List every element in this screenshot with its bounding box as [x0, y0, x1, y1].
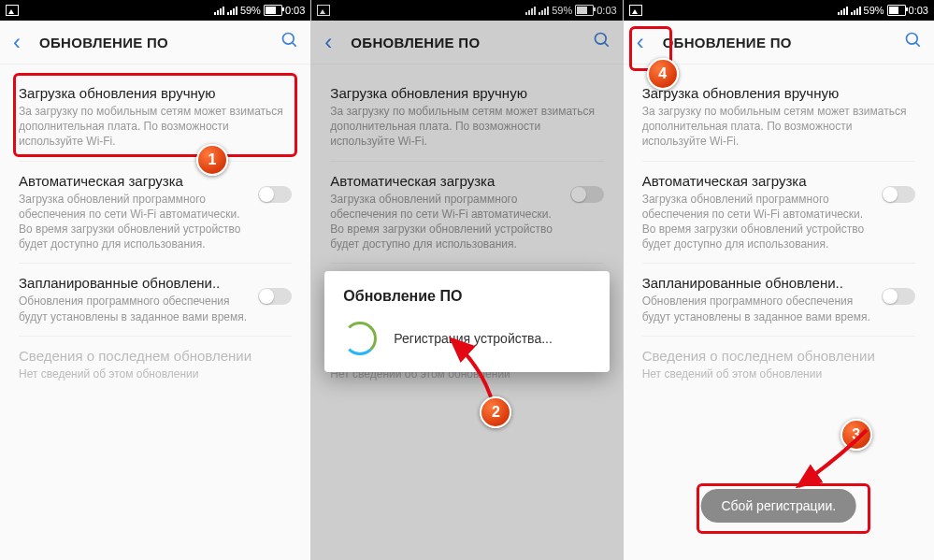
screenshot-icon: [6, 5, 19, 16]
svg-point-4: [906, 34, 917, 45]
item-subtitle: За загрузку по мобильным сетям может взи…: [330, 104, 603, 150]
settings-list: Загрузка обновления вручную За загрузку …: [0, 65, 310, 560]
manual-update-item[interactable]: Загрузка обновления вручную За загрузку …: [642, 74, 915, 161]
screenshot-icon: [629, 5, 642, 16]
battery-icon: [264, 5, 282, 16]
item-subtitle: Загрузка обновлений программного обеспеч…: [642, 192, 872, 252]
item-subtitle: Загрузка обновлений программного обеспеч…: [330, 192, 560, 252]
item-subtitle: Обновления программного обеспечения буду…: [642, 294, 872, 323]
screenshot-icon: [317, 5, 330, 16]
auto-download-toggle[interactable]: [258, 186, 292, 203]
page-title: ОБНОВЛЕНИЕ ПО: [351, 35, 575, 50]
item-subtitle: За загрузку по мобильным сетям может взи…: [19, 104, 292, 150]
page-title: ОБНОВЛЕНИЕ ПО: [663, 35, 887, 50]
signal-icon: [851, 6, 861, 15]
signal-icon: [539, 6, 549, 15]
scheduled-updates-item[interactable]: Запланированные обновлени.. Обновления п…: [19, 264, 292, 335]
item-title: Автоматическая загрузка: [642, 173, 872, 189]
phone-screen-2: 59% 0:03 ‹ ОБНОВЛЕНИЕ ПО Загрузка обновл…: [311, 0, 622, 560]
dialog-title: Обновление ПО: [343, 288, 590, 305]
status-bar: 59% 0:03: [311, 0, 622, 21]
item-title: Загрузка обновления вручную: [330, 85, 603, 101]
clock: 0:03: [285, 5, 305, 16]
auto-download-item[interactable]: Автоматическая загрузка Загрузка обновле…: [642, 162, 915, 264]
signal-icon: [525, 6, 536, 15]
last-update-info-item: Сведения о последнем обновлении Нет свед…: [642, 337, 915, 393]
clock: 0:03: [596, 5, 616, 16]
battery-icon: [887, 5, 906, 16]
svg-point-0: [283, 34, 295, 45]
svg-line-3: [604, 43, 608, 47]
page-title: ОБНОВЛЕНИЕ ПО: [39, 35, 264, 50]
auto-download-item[interactable]: Автоматическая загрузка Загрузка обновле…: [19, 162, 292, 264]
item-title: Автоматическая загрузка: [330, 173, 560, 189]
app-bar: ‹ ОБНОВЛЕНИЕ ПО: [311, 21, 622, 65]
svg-point-2: [595, 34, 606, 45]
auto-download-toggle[interactable]: [882, 186, 915, 203]
scheduled-toggle[interactable]: [258, 288, 292, 305]
item-title: Запланированные обновлени..: [642, 275, 872, 291]
item-subtitle: Нет сведений об этом обновлении: [642, 366, 915, 381]
last-update-info-item: Сведения о последнем обновлении Нет свед…: [19, 337, 292, 393]
item-title: Загрузка обновления вручную: [19, 85, 292, 101]
item-subtitle: Обновления программного обеспечения буду…: [19, 294, 249, 323]
status-bar: 59% 0:03: [0, 0, 310, 21]
app-bar: ‹ ОБНОВЛЕНИЕ ПО: [0, 21, 310, 65]
search-button[interactable]: [589, 27, 615, 57]
svg-line-1: [293, 43, 296, 47]
item-title: Загрузка обновления вручную: [642, 85, 915, 101]
spinner-icon: [343, 322, 377, 355]
signal-icon: [214, 6, 224, 15]
svg-line-5: [915, 43, 919, 47]
battery-percent: 59%: [552, 5, 572, 16]
battery-percent: 59%: [240, 5, 261, 16]
scheduled-toggle[interactable]: [882, 288, 915, 305]
item-title: Автоматическая загрузка: [19, 173, 249, 189]
phone-screen-1: 59% 0:03 ‹ ОБНОВЛЕНИЕ ПО Загрузка обновл…: [0, 0, 310, 560]
dialog-message: Регистрация устройства...: [394, 331, 553, 346]
item-title: Сведения о последнем обновлении: [642, 348, 915, 364]
back-button[interactable]: ‹: [319, 25, 338, 59]
signal-icon: [227, 6, 237, 15]
phone-screen-3: 59% 0:03 ‹ ОБНОВЛЕНИЕ ПО Загрузка обновл…: [624, 0, 934, 560]
manual-update-item[interactable]: Загрузка обновления вручную За загрузку …: [19, 74, 292, 161]
status-bar: 59% 0:03: [624, 0, 934, 21]
settings-list: Загрузка обновления вручную За загрузку …: [624, 65, 934, 560]
clock: 0:03: [909, 5, 928, 16]
battery-icon: [575, 5, 594, 16]
battery-percent: 59%: [864, 5, 884, 16]
search-button[interactable]: [277, 27, 303, 57]
signal-icon: [838, 6, 848, 15]
scheduled-updates-item[interactable]: Запланированные обновлени.. Обновления п…: [642, 264, 915, 335]
manual-update-item[interactable]: Загрузка обновления вручную За загрузку …: [330, 74, 603, 161]
search-button[interactable]: [900, 27, 927, 57]
item-subtitle: За загрузку по мобильным сетям может взи…: [642, 104, 915, 150]
progress-dialog: Обновление ПО Регистрация устройства...: [324, 271, 609, 372]
item-title: Запланированные обновлени..: [19, 275, 249, 291]
toast-message: Сбой регистрации.: [700, 489, 856, 523]
auto-download-toggle[interactable]: [570, 186, 604, 203]
item-subtitle: Загрузка обновлений программного обеспеч…: [19, 192, 249, 252]
auto-download-item[interactable]: Автоматическая загрузка Загрузка обновле…: [330, 162, 603, 264]
item-subtitle: Нет сведений об этом обновлении: [19, 366, 292, 381]
back-button[interactable]: ‹: [631, 25, 650, 59]
app-bar: ‹ ОБНОВЛЕНИЕ ПО: [624, 21, 934, 65]
back-button[interactable]: ‹: [7, 25, 26, 59]
item-title: Сведения о последнем обновлении: [19, 348, 292, 364]
